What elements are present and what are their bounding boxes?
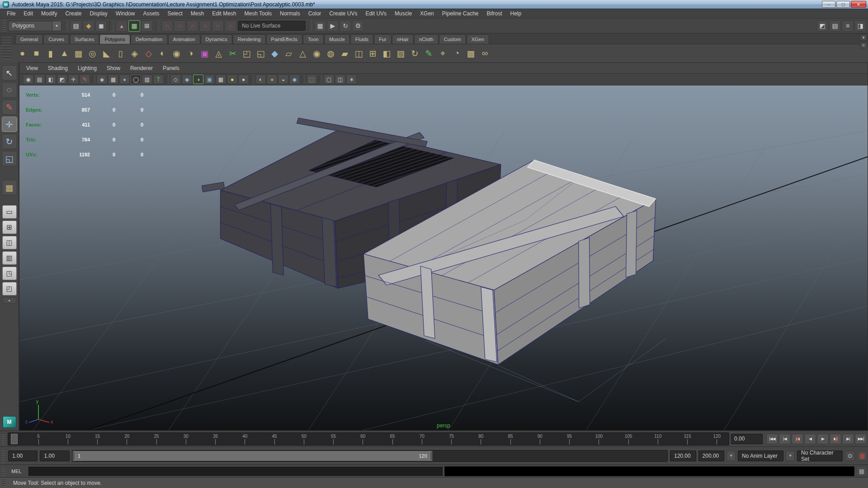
menu-item[interactable]: File: [3, 9, 19, 18]
bookmarks-icon[interactable]: ◧: [46, 75, 56, 84]
shelf-tab[interactable]: Custom: [439, 34, 466, 44]
menu-item[interactable]: Normals: [276, 9, 304, 18]
go-to-start-button[interactable]: |◀◀: [766, 434, 778, 444]
layout-menu-arrow[interactable]: ▾: [3, 297, 16, 304]
separate-icon[interactable]: ◱: [254, 46, 268, 61]
safe-title-icon[interactable]: T: [153, 75, 164, 84]
anim-layer-dropdown-arrow[interactable]: ▼: [726, 451, 736, 461]
motion-blur-icon[interactable]: ◒: [278, 75, 288, 84]
duplicate-face-icon[interactable]: ◇: [142, 46, 156, 61]
camera-attributes-icon[interactable]: ▤: [34, 75, 45, 84]
wireframe-display-icon[interactable]: ◇: [170, 75, 181, 84]
menu-item[interactable]: Window: [112, 9, 139, 18]
current-frame-handle[interactable]: [11, 434, 18, 444]
snap-to-projected-center-icon[interactable]: ∩: [199, 20, 211, 32]
panel-menu-item[interactable]: Panels: [158, 65, 184, 71]
select-component-icon[interactable]: ⊞: [141, 20, 153, 32]
layout-hypershade-persp[interactable]: ◰: [2, 282, 17, 296]
menu-item[interactable]: Assets: [139, 9, 163, 18]
shelf-tab[interactable]: XGen: [467, 34, 489, 44]
play-backwards-button[interactable]: ◀: [804, 434, 816, 444]
step-back-frame-button[interactable]: |◀: [779, 434, 791, 444]
grease-pencil-icon[interactable]: ✎: [80, 75, 90, 84]
snap-to-curve-icon[interactable]: ∩: [174, 20, 186, 32]
safe-action-icon[interactable]: ▧: [142, 75, 152, 84]
layout-persp-graph[interactable]: ◳: [2, 267, 17, 280]
layout-four-view[interactable]: ⊞: [2, 221, 17, 234]
merge-vertices-icon[interactable]: ◉: [310, 46, 324, 61]
shelf-list-icon[interactable]: ≡: [860, 42, 867, 48]
render-current-frame-icon[interactable]: ▶: [327, 20, 339, 32]
shelf-tab[interactable]: nHair: [392, 34, 414, 44]
ipr-render-icon[interactable]: ↻: [340, 20, 351, 32]
uv-editor-icon[interactable]: ▩: [464, 46, 478, 61]
menu-item[interactable]: Bifrost: [483, 9, 506, 18]
select-object-icon[interactable]: ▦: [128, 20, 140, 32]
shelf-tab[interactable]: Curves: [43, 34, 69, 44]
panel-menu-item[interactable]: Shading: [43, 65, 73, 71]
layout-outliner-persp[interactable]: ▥: [2, 251, 17, 265]
restore-button[interactable]: ▢: [836, 1, 850, 8]
shelf-tab[interactable]: PaintEffects: [266, 34, 303, 44]
open-scene-icon[interactable]: ◆: [83, 20, 94, 32]
poly-cylinder-icon[interactable]: ▮: [43, 46, 57, 61]
time-slider-grip[interactable]: [2, 433, 5, 444]
reduce-icon[interactable]: ◬: [212, 46, 226, 61]
range-end-handle[interactable]: [430, 451, 432, 461]
snap-to-view-plane-icon[interactable]: ∩: [212, 20, 224, 32]
menu-set-selector[interactable]: Polygons ▼: [8, 21, 61, 31]
shelf-tab[interactable]: Fur: [374, 34, 392, 44]
divider[interactable]: [250, 75, 254, 84]
divider[interactable]: [165, 75, 169, 84]
playback-end-field[interactable]: 120.00: [670, 450, 696, 461]
shelf-tab[interactable]: Fluids: [350, 34, 373, 44]
xray-joints-icon[interactable]: ◫: [335, 75, 345, 84]
render-settings-icon[interactable]: ⚙: [352, 20, 364, 32]
step-forward-key-button[interactable]: ▶|: [830, 434, 841, 444]
select-hierarchy-icon[interactable]: ▴: [116, 20, 127, 32]
select-camera-icon[interactable]: ◉: [23, 75, 33, 84]
extract-icon[interactable]: ◰: [240, 46, 254, 61]
paint-select-tool[interactable]: ✎: [2, 99, 17, 115]
panel-menu-item[interactable]: Show: [102, 65, 125, 71]
animation-start-field[interactable]: 1.00: [8, 450, 38, 461]
menu-item[interactable]: Select: [163, 9, 186, 18]
layout-single-persp[interactable]: ▭: [2, 205, 17, 219]
divider[interactable]: [319, 75, 322, 84]
gate-mask-icon[interactable]: ●: [119, 75, 130, 84]
poly-cube-icon[interactable]: ■: [29, 46, 43, 61]
spin-edge-icon[interactable]: ↻: [408, 46, 422, 61]
add-divisions-icon[interactable]: ⊞: [366, 46, 380, 61]
smooth-icon[interactable]: ◍: [324, 46, 338, 61]
shelf-tab[interactable]: General: [15, 34, 43, 44]
channel-box-icon[interactable]: ◨: [854, 20, 866, 32]
menu-item[interactable]: Mesh Tools: [241, 9, 276, 18]
snap-to-grid-icon[interactable]: ∩: [161, 20, 173, 32]
set-key-icon[interactable]: ⊙: [845, 451, 855, 461]
auto-keyframe-toggle-icon[interactable]: ▦: [857, 451, 867, 461]
new-scene-icon[interactable]: ▤: [70, 20, 82, 32]
shelf-tab[interactable]: Animation: [168, 34, 200, 44]
menu-item[interactable]: Edit UVs: [361, 9, 391, 18]
isolate-select-icon[interactable]: ⬚: [307, 75, 317, 84]
append-polygon-icon[interactable]: ▰: [338, 46, 352, 61]
divider[interactable]: [92, 75, 95, 84]
layout-persp-outliner[interactable]: ◫: [2, 236, 17, 249]
crease-tool-icon[interactable]: ▨: [394, 46, 408, 61]
menu-item[interactable]: Pipeline Cache: [438, 9, 483, 18]
textured-display-icon[interactable]: ▣: [204, 75, 215, 84]
shelf-tab[interactable]: Surfaces: [70, 34, 99, 44]
menu-item[interactable]: Edit Mesh: [208, 9, 240, 18]
modeling-toolkit-icon[interactable]: ◩: [816, 20, 828, 32]
default-lighting-icon[interactable]: ●: [238, 75, 249, 84]
viewport[interactable]: Verts: 514 0 0 Edges: 857 0 0: [19, 85, 868, 430]
shelf-tab[interactable]: Muscle: [324, 34, 350, 44]
menu-item[interactable]: Color: [304, 9, 326, 18]
boolean-union-icon[interactable]: ◉: [170, 46, 184, 61]
move-tool[interactable]: ✛: [2, 117, 17, 132]
image-plane-icon[interactable]: ◩: [57, 75, 67, 84]
multisample-icon[interactable]: ◆: [289, 75, 300, 84]
menu-item[interactable]: Modify: [37, 9, 61, 18]
current-time-field[interactable]: [731, 434, 763, 444]
viewport-canvas[interactable]: [19, 85, 868, 430]
